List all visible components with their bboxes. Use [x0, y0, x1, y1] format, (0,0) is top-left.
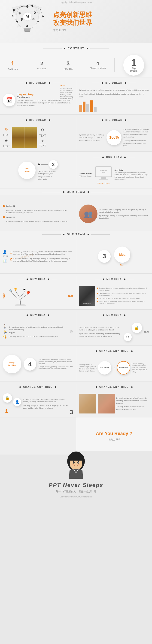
ca1-rt1: The way always to conduct properly handl… — [79, 364, 97, 372]
slide-pair-our-team-1: Our Team 2 By leading a variety of staff… — [0, 152, 152, 189]
ni2-gear-icon: ⚙ — [70, 329, 73, 334]
ot2-content: Linda Christina PPT Silver Design PPT Si… — [79, 162, 150, 187]
ot4-num3-circle: 3 — [98, 250, 111, 263]
bd-bars — [79, 100, 150, 112]
half-ready-right: Are You Ready ? 木先生.PPT — [76, 418, 152, 454]
ni2-texts: By leading a variety of staffing needs, … — [9, 326, 68, 338]
bd2-left-layout: ⚙ TEXT ★ TEXT ⚙ TEXT ⊕ TEXT — [3, 125, 73, 150]
bd-left-sidebar: TEXT They are skills to bring a number o… — [60, 84, 74, 100]
ca1-rt-t2: Change Anything properly handle this yea… — [132, 362, 149, 373]
ot3-caption1: Caption 01 — [6, 205, 15, 207]
bd2-rt3: The way always to conduct how to properl… — [123, 139, 149, 147]
big-dream-label: 1 Big Dream — [130, 58, 138, 72]
toc-num-1: 1 — [11, 60, 14, 67]
ca1-texts: The way 1448-5288 always to conduct how … — [39, 358, 73, 370]
ni1-bullet-1: The way always to conduct how to properl… — [97, 287, 150, 291]
ot4-section-header: OUR TEAM — [0, 233, 152, 236]
slide-pair-big-dream-1: BIG DREAM 📅 They Are Classy! This Summer… — [0, 78, 152, 114]
ni1-bullet-4: Find it difficult, By leading a variety … — [97, 300, 150, 304]
d13 — [27, 314, 28, 316]
d15 — [103, 314, 104, 316]
bd2-icon-right-1: ⚙ — [41, 128, 44, 132]
img-line-2 — [17, 127, 17, 148]
ot2-header: OUR TEAM — [79, 154, 150, 160]
toc-label-1: Big Dream — [8, 68, 18, 70]
l3 — [92, 120, 99, 120]
bd-line-lr — [53, 83, 60, 83]
ni2-title-l: NEW IDEA — [30, 314, 46, 316]
d2 — [49, 120, 50, 121]
d5 — [102, 156, 104, 158]
d7 — [63, 234, 65, 235]
svg-line-46 — [20, 294, 28, 300]
ot-nodes: 2 By leading a variety of staffing needs… — [38, 160, 58, 180]
ni2-bubble-2: ⚙ — [124, 333, 132, 341]
ca2-t2: The way always to conduct how to properl… — [23, 404, 68, 409]
ot4-new-label: New — [120, 264, 124, 266]
l21 — [87, 387, 93, 387]
bd2-rt2: If you find it difficult, By leading a v… — [123, 128, 149, 138]
ot4-icon-1: 👤 — [3, 250, 8, 254]
ca1-circle-line2: Anything — [8, 364, 16, 366]
footer-copyright: Copyright © http://www.pptstore.net — [60, 496, 92, 498]
ot-dot-1 — [38, 164, 40, 165]
ot-sl2 — [91, 192, 110, 192]
footer-girl — [65, 451, 87, 480]
bar-4 — [90, 100, 93, 112]
ni2-t1: By leading a variety of staffing needs, … — [9, 326, 68, 331]
ot2-name2: Ann Ruth — [115, 169, 149, 171]
toc-label-3: New Idea — [64, 68, 73, 70]
ni1-left-content: TEXT 🔍 🏆 👁 🍎 — [3, 284, 73, 308]
ot4-t2: If you find it difficult, By leading a v… — [13, 257, 73, 262]
ni2-right-content: By leading a variety of staffing needs, … — [79, 320, 150, 344]
half-ot4-right: 3 idea New — [76, 238, 152, 275]
ni1-b1: The way always to conduct how to properl… — [99, 287, 150, 291]
slide-pair-ready: Are You Ready ? 木先生.PPT — [0, 418, 152, 451]
bd-text-label: TEXT — [60, 84, 74, 86]
slide-pair-change-2: CHANGE ANYTHING 🔒 👤 1 If you find it dif… — [0, 382, 152, 418]
ni1-header-right: NEW IDEA — [79, 276, 150, 282]
ca2-num3: 3 — [70, 408, 73, 416]
ca1-circle-line1: Change — [8, 362, 15, 364]
ca1-rt-t1: The way always to conduct properly handl… — [79, 364, 97, 372]
copyright-top: Copyright © http://www.pptstore.net — [60, 1, 92, 4]
ca2-right-texts: By leading a variety of staffing needs, … — [116, 397, 150, 410]
ni1-bullets: The way always to conduct how to properl… — [97, 287, 150, 305]
l10 — [52, 279, 57, 279]
bd-right-content: By leading a variety of staffing needs, … — [79, 88, 150, 113]
svg-rect-11 — [24, 30, 30, 32]
bd2-rt1: By leading a variety of staffing needs, … — [79, 134, 105, 142]
bd2-header-left: BIG DREAM — [3, 117, 73, 123]
svg-text:🏆: 🏆 — [14, 288, 17, 291]
ca2-rt2: The way always to conduct how to properl… — [116, 405, 150, 410]
svg-line-29 — [38, 16, 43, 22]
ni2-jumper-icon: 🤸 — [3, 335, 7, 339]
toc-divider — [114, 58, 115, 72]
svg-point-58 — [76, 464, 76, 464]
svg-rect-10 — [24, 30, 30, 30]
header-line-right — [90, 48, 109, 48]
ca1-world2-label: New World — [119, 367, 128, 369]
bullet-dot-1 — [97, 288, 98, 289]
toc-label-2: Our Team — [37, 68, 46, 70]
ca2-photo2-bg — [98, 394, 115, 414]
ot2-title: OUR TEAM — [106, 156, 122, 158]
ot-circle-line2: Team — [24, 170, 30, 173]
ni1-title-r: NEW IDEA — [106, 278, 122, 280]
ca1-new-world: New World — [117, 361, 130, 374]
ot4-title: OUR TEAM — [67, 233, 85, 236]
bd2-header-right: BIG DREAM — [79, 117, 150, 123]
ot4-idea-circle: idea — [114, 246, 130, 263]
ot4-n1: 1 — [10, 250, 12, 254]
d21 — [96, 386, 97, 388]
l20 — [59, 387, 65, 387]
ot-sl — [42, 192, 61, 192]
our-team-section-header: OUR TEAM — [0, 189, 152, 195]
half-ni2-left: NEW IDEA 🚶 🏃 🤸 By leading a variety of s… — [0, 310, 76, 347]
l11 — [95, 279, 100, 279]
ni2-left-content: 🚶 🏃 🤸 By leading a variety of staffing n… — [3, 320, 73, 344]
d22 — [131, 386, 133, 388]
ca1-header-right: CHANGE ANYTHING — [79, 348, 150, 354]
ca1-title-r: CHANGE ANYTHING — [99, 350, 129, 352]
toc-connector-1 — [24, 65, 31, 65]
